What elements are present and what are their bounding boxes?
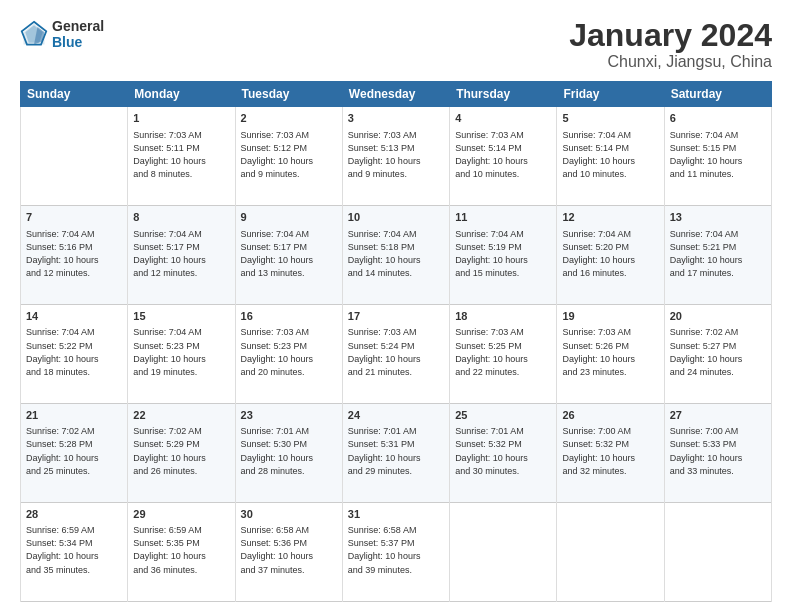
day-number: 29 (133, 507, 229, 522)
day-number: 15 (133, 309, 229, 324)
calendar-cell: 31Sunrise: 6:58 AM Sunset: 5:37 PM Dayli… (342, 503, 449, 602)
table-header: SundayMondayTuesdayWednesdayThursdayFrid… (21, 82, 772, 107)
day-number: 2 (241, 111, 337, 126)
calendar-cell: 6Sunrise: 7:04 AM Sunset: 5:15 PM Daylig… (664, 107, 771, 206)
cell-content: Sunrise: 7:04 AM Sunset: 5:18 PM Dayligh… (348, 228, 444, 280)
day-number: 23 (241, 408, 337, 423)
day-number: 26 (562, 408, 658, 423)
calendar-cell: 23Sunrise: 7:01 AM Sunset: 5:30 PM Dayli… (235, 404, 342, 503)
header: General Blue January 2024 Chunxi, Jiangs… (20, 18, 772, 71)
day-number: 5 (562, 111, 658, 126)
day-number: 8 (133, 210, 229, 225)
calendar-cell: 8Sunrise: 7:04 AM Sunset: 5:17 PM Daylig… (128, 206, 235, 305)
day-number: 3 (348, 111, 444, 126)
col-header-wednesday: Wednesday (342, 82, 449, 107)
cell-content: Sunrise: 7:04 AM Sunset: 5:23 PM Dayligh… (133, 326, 229, 378)
cell-content: Sunrise: 7:03 AM Sunset: 5:26 PM Dayligh… (562, 326, 658, 378)
calendar-cell: 17Sunrise: 7:03 AM Sunset: 5:24 PM Dayli… (342, 305, 449, 404)
calendar-cell: 9Sunrise: 7:04 AM Sunset: 5:17 PM Daylig… (235, 206, 342, 305)
day-number: 19 (562, 309, 658, 324)
cell-content: Sunrise: 7:04 AM Sunset: 5:21 PM Dayligh… (670, 228, 766, 280)
calendar-cell: 26Sunrise: 7:00 AM Sunset: 5:32 PM Dayli… (557, 404, 664, 503)
col-header-friday: Friday (557, 82, 664, 107)
cell-content: Sunrise: 7:02 AM Sunset: 5:28 PM Dayligh… (26, 425, 122, 477)
cell-content: Sunrise: 7:04 AM Sunset: 5:15 PM Dayligh… (670, 129, 766, 181)
calendar-cell: 15Sunrise: 7:04 AM Sunset: 5:23 PM Dayli… (128, 305, 235, 404)
calendar-cell: 10Sunrise: 7:04 AM Sunset: 5:18 PM Dayli… (342, 206, 449, 305)
cell-content: Sunrise: 7:04 AM Sunset: 5:22 PM Dayligh… (26, 326, 122, 378)
cell-content: Sunrise: 7:04 AM Sunset: 5:17 PM Dayligh… (241, 228, 337, 280)
cell-content: Sunrise: 7:04 AM Sunset: 5:14 PM Dayligh… (562, 129, 658, 181)
table-row: 28Sunrise: 6:59 AM Sunset: 5:34 PM Dayli… (21, 503, 772, 602)
calendar-cell (21, 107, 128, 206)
calendar-cell: 5Sunrise: 7:04 AM Sunset: 5:14 PM Daylig… (557, 107, 664, 206)
cell-content: Sunrise: 7:03 AM Sunset: 5:25 PM Dayligh… (455, 326, 551, 378)
day-number: 10 (348, 210, 444, 225)
calendar-cell: 12Sunrise: 7:04 AM Sunset: 5:20 PM Dayli… (557, 206, 664, 305)
day-number: 7 (26, 210, 122, 225)
calendar-cell: 27Sunrise: 7:00 AM Sunset: 5:33 PM Dayli… (664, 404, 771, 503)
day-number: 25 (455, 408, 551, 423)
calendar-cell (557, 503, 664, 602)
cell-content: Sunrise: 7:01 AM Sunset: 5:31 PM Dayligh… (348, 425, 444, 477)
col-header-saturday: Saturday (664, 82, 771, 107)
calendar-cell: 30Sunrise: 6:58 AM Sunset: 5:36 PM Dayli… (235, 503, 342, 602)
calendar-cell: 1Sunrise: 7:03 AM Sunset: 5:11 PM Daylig… (128, 107, 235, 206)
cell-content: Sunrise: 6:58 AM Sunset: 5:36 PM Dayligh… (241, 524, 337, 576)
cell-content: Sunrise: 6:59 AM Sunset: 5:35 PM Dayligh… (133, 524, 229, 576)
day-number: 18 (455, 309, 551, 324)
calendar-cell: 16Sunrise: 7:03 AM Sunset: 5:23 PM Dayli… (235, 305, 342, 404)
day-number: 1 (133, 111, 229, 126)
calendar-cell: 4Sunrise: 7:03 AM Sunset: 5:14 PM Daylig… (450, 107, 557, 206)
calendar-cell: 14Sunrise: 7:04 AM Sunset: 5:22 PM Dayli… (21, 305, 128, 404)
day-number: 31 (348, 507, 444, 522)
logo-text: General Blue (52, 18, 104, 50)
calendar-cell: 13Sunrise: 7:04 AM Sunset: 5:21 PM Dayli… (664, 206, 771, 305)
title-block: January 2024 Chunxi, Jiangsu, China (569, 18, 772, 71)
cell-content: Sunrise: 7:03 AM Sunset: 5:13 PM Dayligh… (348, 129, 444, 181)
table-row: 1Sunrise: 7:03 AM Sunset: 5:11 PM Daylig… (21, 107, 772, 206)
calendar-cell: 7Sunrise: 7:04 AM Sunset: 5:16 PM Daylig… (21, 206, 128, 305)
day-number: 20 (670, 309, 766, 324)
calendar-cell: 19Sunrise: 7:03 AM Sunset: 5:26 PM Dayli… (557, 305, 664, 404)
day-number: 27 (670, 408, 766, 423)
col-header-thursday: Thursday (450, 82, 557, 107)
cell-content: Sunrise: 6:58 AM Sunset: 5:37 PM Dayligh… (348, 524, 444, 576)
logo-icon (20, 20, 48, 48)
day-number: 9 (241, 210, 337, 225)
cell-content: Sunrise: 6:59 AM Sunset: 5:34 PM Dayligh… (26, 524, 122, 576)
day-number: 21 (26, 408, 122, 423)
calendar-cell: 11Sunrise: 7:04 AM Sunset: 5:19 PM Dayli… (450, 206, 557, 305)
calendar-cell: 18Sunrise: 7:03 AM Sunset: 5:25 PM Dayli… (450, 305, 557, 404)
table-row: 7Sunrise: 7:04 AM Sunset: 5:16 PM Daylig… (21, 206, 772, 305)
logo: General Blue (20, 18, 104, 50)
calendar-cell: 29Sunrise: 6:59 AM Sunset: 5:35 PM Dayli… (128, 503, 235, 602)
cell-content: Sunrise: 7:04 AM Sunset: 5:20 PM Dayligh… (562, 228, 658, 280)
calendar-cell: 24Sunrise: 7:01 AM Sunset: 5:31 PM Dayli… (342, 404, 449, 503)
table-row: 14Sunrise: 7:04 AM Sunset: 5:22 PM Dayli… (21, 305, 772, 404)
cell-content: Sunrise: 7:04 AM Sunset: 5:17 PM Dayligh… (133, 228, 229, 280)
day-number: 24 (348, 408, 444, 423)
cell-content: Sunrise: 7:02 AM Sunset: 5:27 PM Dayligh… (670, 326, 766, 378)
calendar-cell: 21Sunrise: 7:02 AM Sunset: 5:28 PM Dayli… (21, 404, 128, 503)
cell-content: Sunrise: 7:04 AM Sunset: 5:19 PM Dayligh… (455, 228, 551, 280)
day-number: 14 (26, 309, 122, 324)
cell-content: Sunrise: 7:03 AM Sunset: 5:23 PM Dayligh… (241, 326, 337, 378)
calendar-cell: 22Sunrise: 7:02 AM Sunset: 5:29 PM Dayli… (128, 404, 235, 503)
calendar-cell: 2Sunrise: 7:03 AM Sunset: 5:12 PM Daylig… (235, 107, 342, 206)
day-number: 11 (455, 210, 551, 225)
cell-content: Sunrise: 7:00 AM Sunset: 5:33 PM Dayligh… (670, 425, 766, 477)
day-number: 4 (455, 111, 551, 126)
day-number: 28 (26, 507, 122, 522)
page-subtitle: Chunxi, Jiangsu, China (569, 53, 772, 71)
page: General Blue January 2024 Chunxi, Jiangs… (0, 0, 792, 612)
day-number: 13 (670, 210, 766, 225)
calendar-cell (664, 503, 771, 602)
day-number: 6 (670, 111, 766, 126)
col-header-sunday: Sunday (21, 82, 128, 107)
day-number: 17 (348, 309, 444, 324)
cell-content: Sunrise: 7:02 AM Sunset: 5:29 PM Dayligh… (133, 425, 229, 477)
logo-line2: Blue (52, 34, 104, 50)
col-header-monday: Monday (128, 82, 235, 107)
cell-content: Sunrise: 7:03 AM Sunset: 5:14 PM Dayligh… (455, 129, 551, 181)
